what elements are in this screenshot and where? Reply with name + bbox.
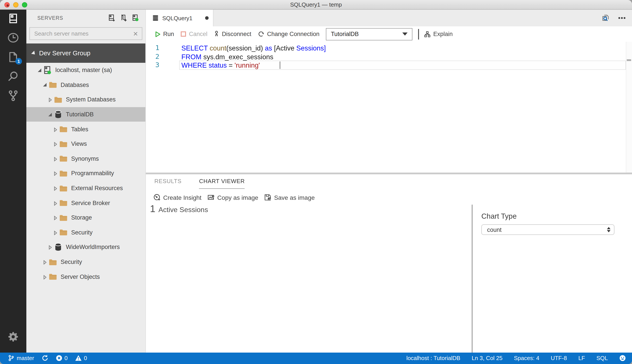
chevron-down-icon (402, 32, 408, 36)
cancel-button[interactable]: Cancel (181, 31, 208, 37)
expand-twistie-icon[interactable] (53, 216, 58, 220)
tree-item-storage[interactable]: Storage (26, 210, 145, 225)
status-feedback[interactable] (619, 355, 626, 362)
tree-item-localhost-master-sa-[interactable]: localhost, master (sa) (26, 63, 145, 78)
status-cursor-position[interactable]: Ln 3, Col 25 (472, 355, 502, 362)
preview-icon[interactable] (601, 14, 610, 22)
activity-source-control-button[interactable] (0, 86, 26, 106)
more-actions-icon[interactable] (618, 17, 626, 19)
settings-button[interactable] (0, 327, 26, 346)
code-editor[interactable]: 1SELECT count(session_id) as [Active Ses… (146, 42, 632, 172)
tree-item-tutorialdb[interactable]: TutorialDB (26, 107, 145, 122)
status-eol[interactable]: LF (578, 355, 585, 362)
tree-item-label: Security (60, 258, 82, 265)
tree-item-service-broker[interactable]: Service Broker (26, 196, 145, 210)
new-connection-button[interactable] (108, 14, 115, 22)
tree-item-views[interactable]: Views (26, 136, 145, 151)
server-group-label: Dev Server Group (39, 50, 90, 57)
copy-as-image-button[interactable]: Copy as image (207, 194, 258, 201)
tree-item-security[interactable]: Security (26, 225, 145, 240)
expand-twistie-icon[interactable] (48, 245, 53, 249)
zoom-button[interactable] (22, 2, 27, 8)
activity-task-history-button[interactable] (0, 28, 26, 48)
minimize-button[interactable] (13, 2, 18, 8)
tree-item-databases[interactable]: Databases (26, 78, 145, 92)
clear-search-icon[interactable]: ✕ (133, 30, 138, 37)
status-errors[interactable]: 0 (56, 355, 68, 362)
expand-twistie-icon[interactable] (53, 127, 58, 131)
collapse-twistie-icon[interactable] (48, 112, 53, 116)
folder-icon (59, 140, 68, 148)
expand-twistie-icon[interactable] (53, 186, 58, 190)
activity-connections-button[interactable] (0, 9, 26, 28)
tab-sqlquery1[interactable]: SQLQuery1 (146, 10, 213, 26)
tree-item-wideworldimporters[interactable]: WideWorldImporters (26, 240, 145, 254)
line-number: 3 (146, 61, 160, 70)
editor-column: SQLQuery1 Run (146, 10, 632, 352)
activity-open-editors-button[interactable]: 1 (0, 48, 26, 67)
dirty-indicator-dot[interactable] (205, 16, 208, 20)
badge-count: 1 (15, 58, 22, 64)
panel-resize-sash[interactable] (146, 172, 632, 174)
new-server-group-button[interactable] (119, 14, 127, 22)
tree-item-label: System Databases (66, 96, 116, 103)
panel-tab-chart-viewer[interactable]: CHART VIEWER (199, 178, 245, 189)
tree-item-synonyms[interactable]: Synonyms (26, 151, 145, 166)
search-input[interactable] (34, 30, 133, 37)
code-line-1: 1SELECT count(session_id) as [Active Ses… (146, 44, 626, 52)
panel-tab-results[interactable]: RESULTS (154, 178, 182, 189)
expand-twistie-icon[interactable] (53, 201, 58, 205)
active-connections-button[interactable] (131, 14, 139, 22)
sidebar-title: SERVERS (37, 15, 108, 21)
status-warnings[interactable]: 0 (75, 355, 87, 362)
status-sync[interactable] (42, 355, 48, 362)
main-area: 1 SERVERS ✕ Dev Server Group localhost, … (0, 10, 632, 352)
close-button[interactable] (4, 2, 10, 8)
collapse-twistie-icon[interactable] (37, 68, 42, 72)
chart-options-divider[interactable] (472, 204, 472, 352)
activity-bar: 1 (0, 10, 26, 352)
folder-icon (59, 184, 68, 192)
status-language-mode[interactable]: SQL (596, 355, 608, 362)
status-encoding[interactable]: UTF-8 (551, 355, 567, 362)
status-connection[interactable]: localhost : TutorialDB (406, 355, 460, 362)
text-cursor (280, 62, 280, 69)
tree-item-programmability[interactable]: Programmability (26, 166, 145, 181)
expand-twistie-icon[interactable] (42, 260, 48, 264)
insight-label: Active Sessions (158, 206, 208, 214)
tree-item-system-databases[interactable]: System Databases (26, 92, 145, 107)
expand-twistie-icon[interactable] (53, 230, 58, 234)
warning-icon (75, 355, 82, 362)
expand-twistie-icon[interactable] (48, 98, 53, 102)
chart-type-select[interactable]: count (481, 224, 614, 235)
change-connection-button[interactable]: Change Connection (258, 31, 320, 37)
disconnect-button[interactable]: Disconnect (214, 31, 252, 37)
status-git-branch[interactable]: master (8, 355, 34, 362)
expand-twistie-icon[interactable] (53, 157, 58, 161)
tree-item-external-resources[interactable]: External Resources (26, 181, 145, 196)
folder-icon (48, 272, 57, 281)
folder-icon (59, 198, 68, 207)
overview-ruler[interactable] (626, 42, 632, 172)
status-indentation[interactable]: Spaces: 4 (514, 355, 539, 362)
folder-icon (59, 213, 68, 222)
save-image-icon (264, 194, 272, 201)
expand-twistie-icon[interactable] (53, 142, 58, 146)
expand-twistie-icon[interactable] (42, 275, 48, 278)
collapse-triangle-icon (31, 50, 36, 56)
tree-item-security[interactable]: Security (26, 254, 145, 269)
tree-item-label: Programmability (71, 170, 114, 177)
activity-search-button[interactable] (0, 67, 26, 86)
database-select[interactable]: TutorialDB (326, 28, 412, 40)
chart-type-label: Chart Type (481, 212, 622, 220)
run-button[interactable]: Run (155, 31, 174, 37)
save-as-image-button[interactable]: Save as image (264, 194, 315, 201)
collapse-twistie-icon[interactable] (42, 83, 48, 87)
expand-twistie-icon[interactable] (53, 172, 58, 176)
chart-options: Chart Type count (481, 212, 622, 235)
tree-item-server-objects[interactable]: Server Objects (26, 270, 145, 284)
server-group-header[interactable]: Dev Server Group (26, 44, 145, 63)
tree-item-tables[interactable]: Tables (26, 122, 145, 136)
explain-button[interactable]: Explain (424, 31, 453, 37)
create-insight-button[interactable]: Create Insight (153, 194, 201, 201)
